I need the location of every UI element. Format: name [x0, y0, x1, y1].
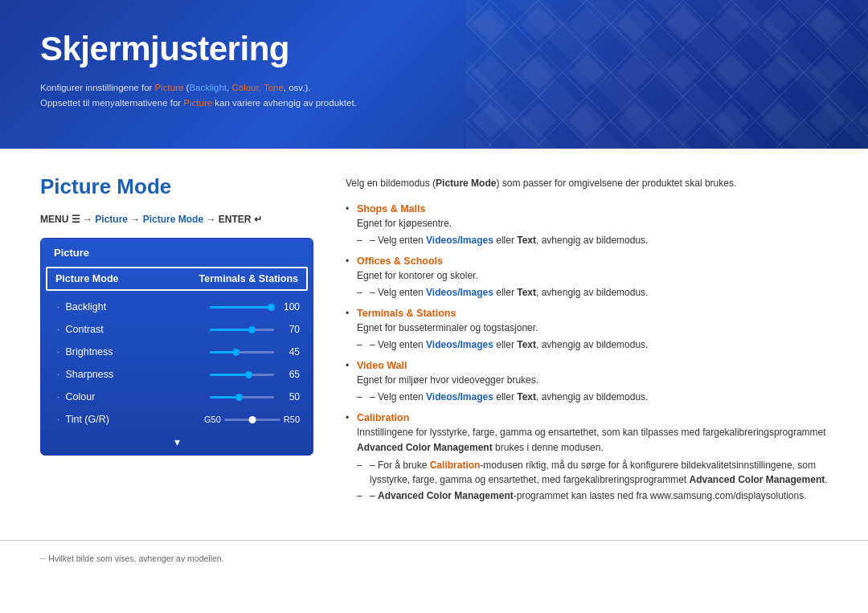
intro-text: Velg en bildemodus (Picture Mode) som pa…: [346, 176, 828, 190]
slider-track: [210, 374, 274, 376]
list-item-videowall: Video Wall Egnet for miljøer hvor videov…: [346, 360, 828, 404]
chevron-down-icon: ▾: [174, 435, 180, 448]
offices-title: Offices & Schools: [357, 255, 828, 267]
decorative-pattern: [466, 0, 868, 149]
dot-icon: ·: [57, 325, 59, 333]
dot-icon: ·: [57, 370, 59, 378]
footer-note: Hvilket bilde som vises, avhenger av mod…: [0, 540, 868, 573]
backlight-item[interactable]: · Backlight 100: [41, 296, 313, 318]
shops-desc: Egnet for kjøpesentre.: [357, 216, 828, 231]
list-item-shops: Shops & Malls Egnet for kjøpesentre. – V…: [346, 203, 828, 247]
videowall-desc: Egnet for miljøer hvor videovegger bruke…: [357, 373, 828, 387]
slider-track: [210, 396, 274, 398]
terminals-desc: Egnet for busseterminaler og togstasjone…: [357, 321, 828, 335]
picture-menu-box: Picture Picture Mode Terminals & Station…: [40, 238, 313, 456]
brightness-value: 45: [280, 346, 300, 358]
bullet-list: Shops & Malls Egnet for kjøpesentre. – V…: [346, 203, 828, 503]
contrast-value: 70: [280, 324, 300, 335]
menu-path: MENU ☰ → Picture → Picture Mode → ENTER …: [40, 214, 313, 225]
section-title: Picture Mode: [40, 174, 313, 199]
backlight-label: Backlight: [66, 301, 183, 313]
terminals-sub1: – Velg enten Videos/Images eller Text, a…: [357, 337, 828, 352]
sharpness-label: Sharpness: [66, 369, 183, 380]
backlight-slider[interactable]: 100: [182, 301, 300, 313]
contrast-label: Contrast: [66, 324, 183, 335]
slider-fill: [210, 329, 255, 331]
picture-box-header: Picture: [41, 239, 313, 267]
slider-track: [210, 329, 274, 331]
colour-slider[interactable]: 50: [182, 391, 300, 403]
videowall-subbullets: – Velg enten Videos/Images eller Text, a…: [357, 390, 828, 404]
slider-fill: [210, 374, 252, 376]
subtitle-line2: Oppsettet til menyalternativene for Pict…: [40, 96, 357, 110]
calibration-desc1: Innstillingene for lysstyrke, farge, gam…: [357, 425, 828, 455]
contrast-slider[interactable]: 70: [182, 324, 300, 335]
slider-fill: [210, 396, 242, 398]
tint-slider[interactable]: G50 R50: [182, 415, 300, 424]
menu-path-text: MENU ☰ → Picture → Picture Mode → ENTER …: [40, 214, 262, 225]
videowall-title: Video Wall: [357, 360, 828, 371]
slider-track: [210, 306, 274, 309]
picture-mode-row[interactable]: Picture Mode Terminals & Stations: [46, 267, 308, 291]
shops-sub1: – Velg enten Videos/Images eller Text, a…: [357, 233, 828, 247]
sharpness-slider[interactable]: 65: [182, 369, 300, 380]
tint-track: [224, 419, 280, 421]
calibration-title: Calibration: [357, 412, 828, 423]
calibration-subbullets: – For å bruke Calibration-modusen riktig…: [357, 458, 828, 503]
contrast-item[interactable]: · Contrast 70: [41, 318, 313, 341]
slider-track: [210, 351, 274, 353]
colour-label: Colour: [66, 391, 183, 403]
picture-box-title: Picture: [54, 247, 89, 259]
list-item-calibration: Calibration Innstillingene for lysstyrke…: [346, 412, 828, 503]
dot-icon: ·: [57, 348, 59, 356]
tint-r-label: R50: [284, 415, 300, 424]
page-title: Skjermjustering: [40, 31, 357, 67]
dot-icon: ·: [57, 303, 59, 311]
sharpness-value: 65: [280, 369, 300, 380]
tint-indicator: [248, 416, 256, 423]
dot-icon: ·: [57, 415, 59, 423]
colour-item[interactable]: · Colour 50: [41, 386, 313, 408]
header-banner: Skjermjustering Konfigurer innstillingen…: [0, 0, 868, 149]
backlight-value: 100: [280, 301, 300, 313]
tint-g-label: G50: [204, 415, 221, 424]
slider-fill: [210, 306, 274, 309]
subtitle-line1: Konfigurer innstillingene for Picture (B…: [40, 80, 357, 95]
videowall-sub1: – Velg enten Videos/Images eller Text, a…: [357, 390, 828, 404]
picture-mode-value: Terminals & Stations: [199, 273, 298, 284]
tint-item[interactable]: · Tint (G/R) G50 R50: [41, 408, 313, 431]
brightness-item[interactable]: · Brightness 45: [41, 341, 313, 363]
chevron-row: ▾: [41, 431, 313, 455]
header-subtitle: Konfigurer innstillingene for Picture (B…: [40, 80, 357, 110]
left-column: Picture Mode MENU ☰ → Picture → Picture …: [40, 174, 313, 511]
terminals-subbullets: – Velg enten Videos/Images eller Text, a…: [357, 337, 828, 352]
main-content: Picture Mode MENU ☰ → Picture → Picture …: [0, 149, 868, 535]
footer-text: Hvilket bilde som vises, avhenger av mod…: [40, 554, 828, 563]
calibration-sub2: – Advanced Color Management-programmet k…: [357, 488, 828, 503]
calibration-sub1: – For å bruke Calibration-modusen riktig…: [357, 458, 828, 487]
list-item-offices: Offices & Schools Egnet for kontorer og …: [346, 255, 828, 300]
svg-rect-2: [466, 0, 868, 149]
right-column: Velg en bildemodus (Picture Mode) som pa…: [346, 174, 828, 511]
slider-fill: [210, 351, 239, 353]
tint-label: Tint (G/R): [66, 414, 183, 425]
picture-mode-label: Picture Mode: [55, 273, 199, 284]
dot-icon: ·: [57, 393, 59, 401]
offices-subbullets: – Velg enten Videos/Images eller Text, a…: [357, 285, 828, 300]
terminals-title: Terminals & Stations: [357, 308, 828, 319]
brightness-slider[interactable]: 45: [182, 346, 300, 358]
sharpness-item[interactable]: · Sharpness 65: [41, 363, 313, 386]
list-item-terminals: Terminals & Stations Egnet for busseterm…: [346, 308, 828, 352]
shops-subbullets: – Velg enten Videos/Images eller Text, a…: [357, 233, 828, 247]
brightness-label: Brightness: [66, 346, 183, 358]
header-text: Skjermjustering Konfigurer innstillingen…: [40, 31, 357, 110]
shops-title: Shops & Malls: [357, 203, 828, 215]
offices-desc: Egnet for kontorer og skoler.: [357, 268, 828, 283]
offices-sub1: – Velg enten Videos/Images eller Text, a…: [357, 285, 828, 300]
colour-value: 50: [280, 391, 300, 403]
